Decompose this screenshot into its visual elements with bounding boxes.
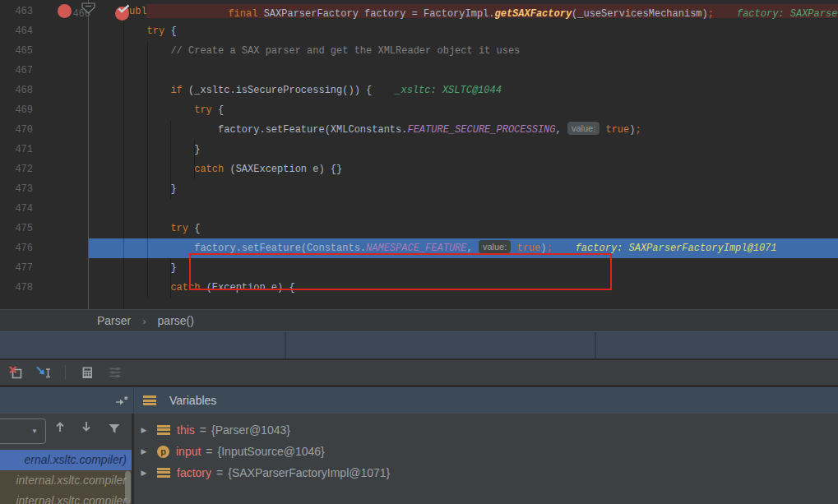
line-number: 476 xyxy=(15,238,33,258)
code-line-475[interactable]: 475 try { xyxy=(0,219,838,238)
code-line-464[interactable]: 464 try { xyxy=(0,21,838,41)
code-text[interactable]: if (_xsltc.isSecureProcessing()) {_xsltc… xyxy=(89,81,838,100)
ide-debugger-window: 463 public SyntaxTreeNode parse(InputSou… xyxy=(0,0,838,504)
code-text-content: final SAXParserFactory factory = Factory… xyxy=(146,8,838,20)
variable-row-input[interactable]: ▶pinput={InputSource@1046} xyxy=(134,441,838,462)
run-to-cursor-icon[interactable] xyxy=(35,364,53,381)
line-number: 474 xyxy=(15,199,33,219)
gutter[interactable]: 471 xyxy=(0,140,89,160)
gutter[interactable]: 466 xyxy=(58,4,146,18)
code-token: final xyxy=(228,8,257,20)
gutter[interactable]: 467 xyxy=(0,61,89,81)
code-text[interactable]: try { xyxy=(89,219,838,238)
code-text-content xyxy=(89,203,100,215)
stack-frame-row[interactable]: internal.xsltc.compiler xyxy=(0,470,132,491)
code-text[interactable]: factory.setFeature(XMLConstants.FEATURE_… xyxy=(89,120,838,140)
variable-row-factory[interactable]: ▶factory={SAXParserFactoryImpl@1071} xyxy=(134,462,838,483)
debug-columns-strip xyxy=(0,331,838,358)
code-text[interactable]: } xyxy=(89,179,838,199)
code-token: (_useServicesMechanism) xyxy=(572,8,708,20)
code-text[interactable]: try { xyxy=(89,21,838,41)
code-token: factory.setFeature(XMLConstants. xyxy=(218,124,407,136)
line-number: 468 xyxy=(15,81,33,100)
variable-icon xyxy=(157,468,170,478)
code-line-466[interactable]: 466 final SAXParserFactory factory = Fac… xyxy=(58,4,72,18)
filter-icon[interactable] xyxy=(109,423,120,433)
debugger-bottom-area: ▼ ernal.xsltc.compiler)internal.xsltc.co… xyxy=(0,414,838,504)
chevron-right-icon: › xyxy=(142,315,146,327)
gutter[interactable]: 465 xyxy=(0,41,89,61)
code-token: getSAXFactory xyxy=(494,8,572,20)
gutter[interactable]: 464 xyxy=(0,21,89,41)
drop-frame-icon[interactable] xyxy=(7,364,25,381)
gutter[interactable]: 473 xyxy=(0,179,89,199)
gutter[interactable]: 476 xyxy=(0,238,89,258)
code-token: ; xyxy=(546,243,552,254)
code-line-472[interactable]: 472 catch (SAXException e) {} xyxy=(0,160,838,179)
evaluate-expression-icon[interactable] xyxy=(78,364,96,381)
code-line-474[interactable]: 474 xyxy=(0,199,838,219)
code-line-468[interactable]: 468 if (_xsltc.isSecureProcessing()) {_x… xyxy=(0,81,838,100)
fold-collapse-icon[interactable] xyxy=(81,2,95,14)
frames-toolbar: ▼ xyxy=(0,414,132,450)
expand-arrow-icon[interactable]: ▶ xyxy=(138,447,150,455)
code-editor[interactable]: 463 public SyntaxTreeNode parse(InputSou… xyxy=(0,0,838,309)
code-token: { xyxy=(188,223,200,234)
equals-sign: = xyxy=(200,423,206,437)
expand-arrow-icon[interactable]: ▶ xyxy=(138,426,150,434)
code-text[interactable] xyxy=(89,61,838,81)
code-line-469[interactable]: 469 try { xyxy=(0,100,838,120)
code-line-471[interactable]: 471 } xyxy=(0,140,838,160)
line-number: 478 xyxy=(15,278,33,298)
stack-frame-label: internal.xsltc.compiler xyxy=(16,470,127,491)
next-frame-icon[interactable] xyxy=(81,421,92,432)
scrollbar[interactable] xyxy=(125,471,131,504)
code-line-465[interactable]: 465 // Create a SAX parser and get the X… xyxy=(0,41,838,61)
jump-to-source-icon[interactable] xyxy=(115,395,128,405)
code-line-473[interactable]: 473 } xyxy=(0,179,838,199)
code-token: , xyxy=(556,124,567,136)
expand-arrow-icon[interactable]: ▶ xyxy=(138,469,150,477)
gutter[interactable]: 478 xyxy=(0,278,89,298)
code-token xyxy=(100,282,170,294)
code-text[interactable]: // Create a SAX parser and get the XMLRe… xyxy=(89,41,838,61)
code-text[interactable] xyxy=(89,199,838,219)
variables-panel-header: Variables xyxy=(0,385,838,414)
code-token: factory.setFeature(Constants. xyxy=(194,243,366,254)
gutter[interactable]: 468 xyxy=(0,81,89,100)
stack-frame-row[interactable]: internal.xsltc.compiler xyxy=(0,491,132,504)
gutter[interactable]: 470 xyxy=(0,120,89,140)
previous-frame-icon[interactable] xyxy=(54,421,66,432)
code-text[interactable]: final SAXParserFactory factory = Factory… xyxy=(146,4,838,18)
gutter[interactable]: 474 xyxy=(0,199,89,219)
variable-name: input xyxy=(176,445,201,458)
gutter[interactable]: 469 xyxy=(0,100,89,120)
gutter[interactable]: 475 xyxy=(0,219,89,238)
code-token: { xyxy=(212,104,224,116)
code-text[interactable]: catch (SAXException e) {} xyxy=(89,160,838,179)
breadcrumb-method[interactable]: parse() xyxy=(158,314,194,327)
stack-frame-row[interactable]: ernal.xsltc.compiler) xyxy=(0,450,132,470)
code-text[interactable]: } xyxy=(89,140,838,160)
breakpoint-icon[interactable] xyxy=(115,7,129,21)
gutter[interactable]: 477 xyxy=(0,258,89,278)
variable-row-this[interactable]: ▶this={Parser@1043} xyxy=(134,419,838,441)
inline-debug-hint: factory: SAXParserFactoryImpl@1071 xyxy=(737,8,838,20)
gutter[interactable]: 472 xyxy=(0,160,89,179)
variable-value: {Parser@1043} xyxy=(211,423,290,437)
code-line-467[interactable]: 467 xyxy=(0,61,838,81)
code-token: NAMESPACE_FEATURE xyxy=(366,243,466,254)
breadcrumb-class[interactable]: Parser xyxy=(97,314,131,327)
code-line-470[interactable]: 470 factory.setFeature(XMLConstants.FEAT… xyxy=(0,120,838,140)
code-token: } xyxy=(170,262,176,274)
line-number: 477 xyxy=(15,258,33,278)
frames-list: ernal.xsltc.compiler)internal.xsltc.comp… xyxy=(0,450,132,504)
settings-icon[interactable] xyxy=(106,364,124,381)
line-number: 473 xyxy=(15,179,33,199)
fold-guide-line xyxy=(88,0,89,309)
line-number: 467 xyxy=(15,61,33,81)
variable-value: {InputSource@1046} xyxy=(218,445,325,458)
thread-selector-dropdown[interactable]: ▼ xyxy=(0,418,46,444)
code-text[interactable]: try { xyxy=(89,100,838,120)
breadcrumb: Parser › parse() xyxy=(0,309,838,331)
